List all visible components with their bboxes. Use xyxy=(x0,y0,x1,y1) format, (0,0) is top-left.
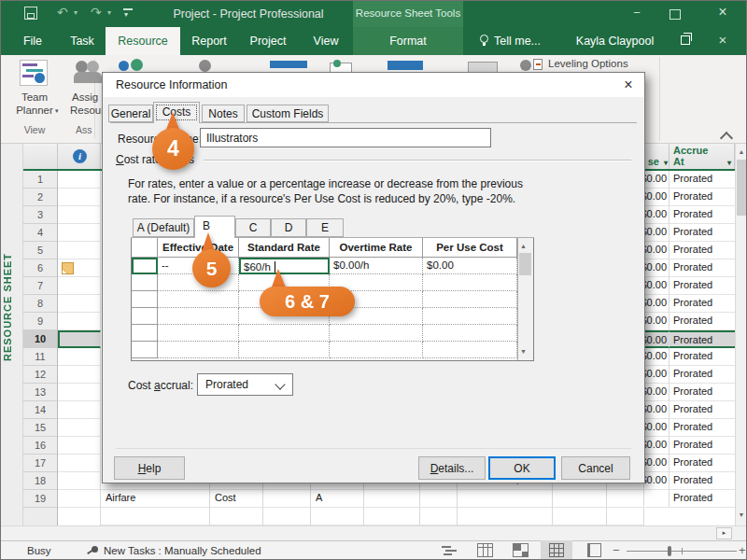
row19-cell[interactable] xyxy=(607,490,644,508)
cost-use-cell[interactable]: $0.00 xyxy=(645,401,669,419)
row-number[interactable]: 17 xyxy=(23,455,58,472)
indicator-cell[interactable] xyxy=(58,277,101,295)
redo-icon[interactable]: ↷ xyxy=(91,5,102,20)
indicator-cell[interactable] xyxy=(58,401,101,419)
row-number[interactable]: 5 xyxy=(23,242,58,259)
tab-report[interactable]: Report xyxy=(184,27,234,55)
rate-cell[interactable] xyxy=(239,342,330,358)
task-usage-view-button[interactable] xyxy=(477,543,493,557)
indicator-cell[interactable] xyxy=(58,490,101,508)
maximize-button[interactable] xyxy=(669,9,681,20)
report-view-button[interactable] xyxy=(587,543,601,557)
rate-row-handle[interactable] xyxy=(132,291,158,308)
accrue-at-cell[interactable]: Prorated xyxy=(669,384,735,401)
row-number[interactable]: 13 xyxy=(23,384,58,401)
rate-cell[interactable] xyxy=(158,308,239,325)
dialog-close-button[interactable]: × xyxy=(614,75,642,95)
view-label[interactable]: RESOURCE SHEET xyxy=(2,216,21,398)
assign-resources-button[interactable]: Assig Resour Ass xyxy=(68,57,102,141)
row19-cell[interactable] xyxy=(458,490,553,508)
indicator-cell[interactable] xyxy=(58,295,101,313)
team-planner-button[interactable]: Team Planner ▾ xyxy=(7,57,63,128)
rate-row-handle[interactable] xyxy=(132,258,158,274)
indicator-cell[interactable] xyxy=(58,384,101,401)
filter-dropdown-icon[interactable]: ▾ xyxy=(727,159,731,167)
cost-use-cell[interactable]: $0.00 xyxy=(645,455,669,472)
filter-dropdown-icon[interactable]: ▾ xyxy=(664,159,668,167)
accrue-at-cell[interactable]: Prorated xyxy=(669,401,735,419)
rate-cell[interactable]: $0.00 xyxy=(423,258,517,274)
row-number[interactable]: 14 xyxy=(23,401,58,419)
accrue-at-column-header[interactable]: Accrue At ▾ xyxy=(669,144,735,169)
indicator-cell[interactable] xyxy=(58,206,101,224)
user-account[interactable]: Kayla Claypool xyxy=(571,27,659,55)
accrue-at-cell[interactable]: Prorated xyxy=(669,490,735,508)
tab-resource[interactable]: Resource xyxy=(106,27,180,55)
close-view-button[interactable]: × xyxy=(707,32,739,48)
cost-use-cell[interactable]: $0.00 xyxy=(645,419,669,437)
row-empty-cell[interactable] xyxy=(311,508,364,525)
cost-use-cell[interactable]: $0.00 xyxy=(645,259,669,277)
accrue-at-cell[interactable]: Prorated xyxy=(669,224,735,242)
cost-use-cell[interactable]: $0.00 xyxy=(645,348,669,366)
redo-dropdown-icon[interactable]: ▾ xyxy=(107,8,111,17)
resource-name-input[interactable]: Illustrators xyxy=(200,128,491,147)
indicator-cell[interactable] xyxy=(58,259,101,277)
accrue-at-cell[interactable]: Prorated xyxy=(669,313,735,330)
accrue-at-cell[interactable]: Prorated xyxy=(669,277,735,295)
indicator-cell[interactable] xyxy=(58,348,101,366)
cost-accrual-select[interactable]: Prorated xyxy=(197,373,293,396)
team-planner-view-button[interactable] xyxy=(513,543,529,557)
accrue-at-cell[interactable]: Prorated xyxy=(669,242,735,259)
tab-general[interactable]: General xyxy=(108,105,153,122)
accrue-at-cell[interactable]: Prorated xyxy=(669,437,735,455)
row-empty-cell[interactable] xyxy=(263,508,311,525)
tab-notes[interactable]: Notes xyxy=(202,105,245,122)
row-number[interactable]: 7 xyxy=(23,277,58,295)
tab-format[interactable]: Format xyxy=(373,27,444,55)
leveling-options-button[interactable]: Leveling Options xyxy=(533,57,655,73)
cancel-button[interactable]: Cancel xyxy=(561,456,630,480)
indicator-cell[interactable] xyxy=(58,224,101,242)
cost-use-cell[interactable]: $0.00 xyxy=(645,206,669,224)
accrue-at-cell[interactable]: Prorated xyxy=(669,171,735,189)
rate-cell[interactable] xyxy=(330,325,423,342)
cost-use-cell[interactable]: $0.00 xyxy=(645,384,669,401)
rate-cell[interactable] xyxy=(423,274,517,291)
row19-cell[interactable]: Airfare xyxy=(101,490,210,508)
rate-scroll-up-icon[interactable]: ▲ xyxy=(520,243,527,249)
status-new-tasks[interactable]: New Tasks : Manually Scheduled xyxy=(104,545,261,556)
accrue-at-cell[interactable]: Prorated xyxy=(669,330,735,348)
accrue-at-cell[interactable]: Prorated xyxy=(669,366,735,384)
rate-row-handle[interactable] xyxy=(132,274,158,291)
row-number[interactable]: 12 xyxy=(23,366,58,384)
cost-use-column-header[interactable]: se ▾ xyxy=(645,144,669,169)
indicator-cell[interactable] xyxy=(58,171,101,189)
accrue-at-cell[interactable]: Prorated xyxy=(669,206,735,224)
row-number[interactable]: 9 xyxy=(23,313,58,330)
row19-cell[interactable] xyxy=(263,490,311,508)
cost-use-cell[interactable]: $0.00 xyxy=(645,366,669,384)
rate-tab-a-default[interactable]: A (Default) xyxy=(133,218,194,237)
row-empty-cell[interactable] xyxy=(607,508,644,525)
rate-cell[interactable] xyxy=(423,308,517,325)
tab-view[interactable]: View xyxy=(303,27,348,55)
rate-cell[interactable] xyxy=(239,325,330,342)
accrue-at-cell[interactable]: Prorated xyxy=(669,472,735,490)
scroll-right-button[interactable]: ► xyxy=(716,527,732,539)
row-number[interactable]: 15 xyxy=(23,419,58,437)
gantt-view-button[interactable] xyxy=(442,544,458,557)
row-number[interactable]: 16 xyxy=(23,437,58,455)
rate-tab-c[interactable]: C xyxy=(235,218,271,237)
tell-me-box[interactable]: Tell me... xyxy=(494,27,559,55)
zoom-slider-handle[interactable] xyxy=(668,546,671,556)
row19-cell[interactable]: Cost xyxy=(210,490,263,508)
row-header-corner[interactable] xyxy=(23,144,58,169)
accrue-at-cell[interactable]: Prorated xyxy=(669,455,735,472)
rate-cell[interactable] xyxy=(158,325,239,342)
indicator-cell[interactable] xyxy=(58,242,101,259)
save-icon[interactable] xyxy=(24,7,37,20)
cost-use-cell[interactable]: $0.00 xyxy=(645,242,669,259)
cost-use-cell[interactable]: $0.00 xyxy=(645,224,669,242)
tab-project[interactable]: Project xyxy=(242,27,294,55)
